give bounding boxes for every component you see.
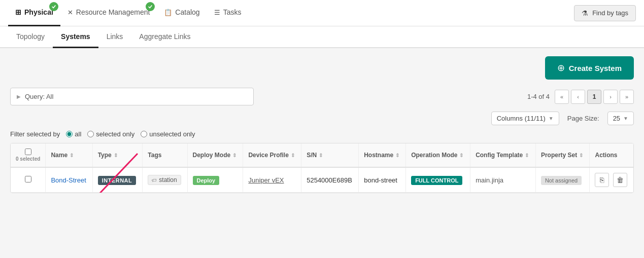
col-header-operation-mode[interactable]: Operation Mode ⇕ — [406, 143, 470, 167]
columns-chevron-icon: ▼ — [549, 116, 554, 121]
create-btn-row: ⊕ Create System — [10, 56, 634, 80]
check-icon-2 — [148, 4, 153, 9]
operation-sort-icon: ⇕ — [459, 153, 463, 158]
query-arrow-icon: ▶ — [17, 94, 21, 99]
resource-badge — [146, 2, 155, 11]
sn-sort-icon: ⇕ — [319, 153, 323, 158]
col-header-type[interactable]: Type ⇕ — [92, 143, 143, 167]
tab-topology[interactable]: Topology — [8, 26, 53, 48]
col-header-config-template[interactable]: Config Template ⇕ — [470, 143, 536, 167]
filter-icon: ⚗ — [582, 9, 588, 17]
col-header-device-profile[interactable]: Device Profile ⇕ — [243, 143, 301, 167]
delete-action-button[interactable]: 🗑 — [613, 173, 627, 187]
type-sort-icon: ⇕ — [114, 153, 118, 158]
page-last-btn[interactable]: » — [620, 90, 634, 104]
col-header-deploy-mode[interactable]: Deploy Mode ⇕ — [187, 143, 243, 167]
row-deploy-cell: Deploy — [187, 167, 243, 193]
filter-selected-option[interactable]: selected only — [87, 130, 134, 138]
page-info: 1-4 of 4 — [527, 93, 550, 100]
page-size-select[interactable]: 25 ▼ — [607, 112, 634, 125]
plus-icon: ⊕ — [557, 62, 565, 73]
page-size-label: Page Size: — [567, 115, 599, 122]
filter-all-option[interactable]: all — [66, 130, 81, 138]
nav-item-physical[interactable]: ⊞ Physical — [8, 0, 60, 26]
top-nav: ⊞ Physical ✕ Resource Management 📋 Catal… — [0, 0, 644, 26]
row-device-profile-cell: Juniper vEX — [243, 167, 301, 193]
table-row: Bond-Street INTERNAL 🏷 station Deploy — [11, 167, 633, 193]
tab-systems[interactable]: Systems — [53, 26, 98, 48]
page-first-btn[interactable]: « — [555, 90, 569, 104]
row-sn-cell: 5254000E689B — [301, 167, 359, 193]
name-sort-icon: ⇕ — [70, 153, 74, 158]
row-check-cell — [11, 167, 46, 193]
check-icon — [51, 4, 56, 9]
not-assigned-badge: Not assigned — [541, 176, 582, 185]
page-next-btn[interactable]: › — [603, 90, 618, 104]
page-prev-btn[interactable]: ‹ — [571, 90, 585, 104]
col-header-name[interactable]: Name ⇕ — [46, 143, 92, 167]
col-header-hostname[interactable]: Hostname ⇕ — [359, 143, 406, 167]
col-header-check: 0 selected — [11, 143, 46, 167]
deploy-badge: Deploy — [193, 176, 220, 185]
operation-mode-badge: FULL CONTROL — [411, 176, 462, 185]
filter-unselected-option[interactable]: unselected only — [141, 130, 195, 138]
columns-select[interactable]: Columns (11/11) ▼ — [491, 112, 559, 125]
query-pagination-row: ▶ Query: All 1-4 of 4 « ‹ 1 › » — [10, 88, 634, 105]
resource-mgmt-icon: ✕ — [67, 9, 73, 16]
hostname-sort-icon: ⇕ — [395, 153, 399, 158]
tag-chip: 🏷 station — [148, 175, 181, 185]
physical-badge — [49, 2, 58, 11]
page-size-chevron-icon: ▼ — [623, 116, 628, 121]
find-by-tags-button[interactable]: ⚗ Find by tags — [574, 5, 636, 21]
filter-label: Filter selected by — [10, 130, 60, 138]
pagination-area: 1-4 of 4 « ‹ 1 › » — [527, 90, 634, 104]
tasks-icon: ☰ — [214, 9, 220, 16]
selected-count: 0 selected — [16, 156, 40, 162]
tag-icon: 🏷 — [152, 177, 157, 183]
config-sort-icon: ⇕ — [525, 153, 529, 158]
sub-nav: Topology Systems Links Aggregate Links — [0, 26, 644, 48]
row-tags-cell: 🏷 station — [143, 167, 187, 193]
row-hostname-cell: bond-street — [359, 167, 406, 193]
device-profile-link[interactable]: Juniper vEX — [248, 176, 284, 184]
create-system-button[interactable]: ⊕ Create System — [545, 56, 634, 80]
col-header-tags: Tags — [143, 143, 187, 167]
query-bar[interactable]: ▶ Query: All — [10, 88, 254, 105]
row-actions-cell: ⎘ 🗑 — [590, 167, 633, 193]
catalog-icon: 📋 — [164, 9, 172, 16]
row-name-cell: Bond-Street — [46, 167, 92, 193]
table-wrapper: 0 selected Name ⇕ Type ⇕ — [10, 143, 634, 193]
row-type-cell: INTERNAL — [92, 167, 143, 193]
select-all-checkbox[interactable] — [25, 149, 31, 155]
deploy-sort-icon: ⇕ — [232, 153, 236, 158]
nav-item-catalog[interactable]: 📋 Catalog — [157, 0, 207, 26]
col-header-actions: Actions — [590, 143, 633, 167]
page-1-btn[interactable]: 1 — [587, 90, 601, 104]
device-sort-icon: ⇕ — [291, 153, 295, 158]
tab-links[interactable]: Links — [98, 26, 131, 48]
property-sort-icon: ⇕ — [579, 153, 583, 158]
row-property-set-cell: Not assigned — [535, 167, 590, 193]
systems-table: 0 selected Name ⇕ Type ⇕ — [11, 143, 633, 193]
table-controls-row: Columns (11/11) ▼ Page Size: 25 ▼ — [10, 112, 634, 125]
col-header-sn[interactable]: S/N ⇕ — [301, 143, 359, 167]
tab-aggregate-links[interactable]: Aggregate Links — [131, 26, 198, 48]
copy-action-button[interactable]: ⎘ — [595, 173, 609, 187]
main-content: ⊕ Create System ▶ Query: All 1-4 of 4 « … — [0, 48, 644, 251]
col-header-property-set[interactable]: Property Set ⇕ — [535, 143, 590, 167]
row-operation-mode-cell: FULL CONTROL — [406, 167, 470, 193]
physical-icon: ⊞ — [15, 8, 21, 16]
row-checkbox[interactable] — [25, 176, 31, 182]
filter-row: Filter selected by all selected only uns… — [10, 130, 634, 138]
system-name-link[interactable]: Bond-Street — [51, 176, 86, 184]
nav-item-resource-management[interactable]: ✕ Resource Management — [60, 0, 157, 26]
type-badge: INTERNAL — [98, 176, 137, 185]
row-config-template-cell: main.jinja — [470, 167, 536, 193]
nav-item-tasks[interactable]: ☰ Tasks — [207, 0, 249, 26]
